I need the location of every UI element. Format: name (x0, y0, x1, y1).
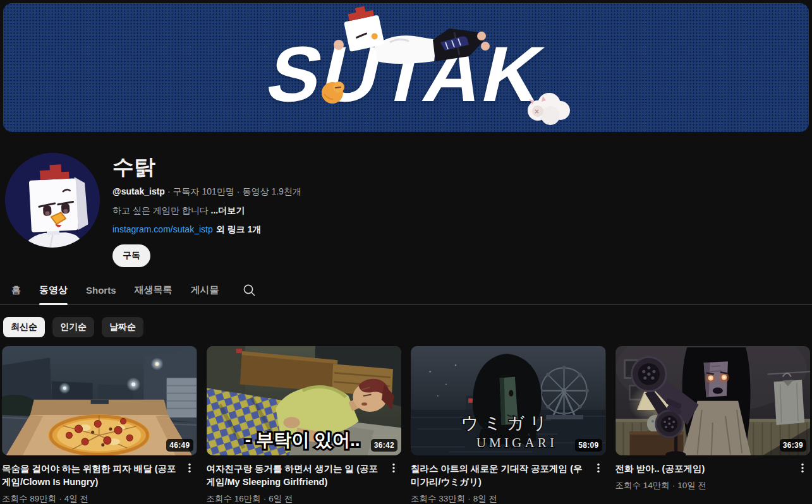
video-count: 동영상 1.9천개 (243, 186, 301, 196)
channel-meta: @sutak_istp·구독자 101만명·동영상 1.9천개 (112, 186, 301, 198)
channel-description: 하고 싶은 게임만 합니다 ...더보기 (112, 205, 301, 217)
channel-links: instagram.com/sutak_istp외 링크 1개 (112, 224, 301, 236)
duration-badge: 36:42 (371, 439, 397, 452)
more-link[interactable]: ...더보기 (211, 205, 245, 215)
tab-home[interactable]: 홈 (11, 276, 21, 304)
channel-banner: SUTAK (3, 3, 809, 132)
kebab-menu-button[interactable] (591, 462, 606, 477)
video-meta: 조회수 16만회·6일 전 (207, 493, 384, 504)
kebab-menu-button[interactable] (386, 462, 401, 477)
duration-badge: 58:09 (575, 439, 602, 452)
video-title[interactable]: 여자친구랑 동거를 하면서 생기는 일 (공포게임/My Sleeping Gi… (207, 462, 384, 489)
video-meta: 조회수 14만회·10일 전 (615, 480, 793, 491)
chip-popular[interactable]: 인기순 (52, 317, 94, 337)
video-title[interactable]: 목숨을 걸어야 하는 위험한 피자 배달 (공포게임/Clown Is Hung… (2, 462, 179, 489)
video-card: 36:39 전화 받아.. (공포게임) 조회수 14만회·10일 전 (615, 346, 811, 504)
kebab-icon (593, 462, 604, 474)
duration-badge: 36:39 (780, 439, 806, 452)
chip-date[interactable]: 날짜순 (102, 317, 143, 337)
kebab-icon (388, 462, 399, 474)
thumbnail-title-jp: ウミガリ (461, 414, 552, 433)
subscriber-count: 구독자 101만명 (173, 186, 234, 196)
video-meta: 조회수 89만회·4일 전 (2, 493, 179, 504)
search-icon (243, 284, 256, 297)
thumbnail-caption: - 부탁이 있어.. (245, 429, 360, 450)
channel-avatar[interactable] (5, 153, 100, 248)
channel-search-button[interactable] (241, 282, 257, 298)
banner-title: SUTAK (260, 35, 552, 113)
tab-playlists[interactable]: 재생목록 (135, 276, 173, 304)
channel-name: 수탉 (112, 154, 301, 180)
thumbnail-title-en: UMIGARI (476, 435, 557, 450)
extra-links-label: 외 링크 1개 (216, 224, 262, 234)
video-card: ウミガリ UMIGARI 58:09 칠라스 아트의 새로운 기대작 공포게임 … (411, 346, 606, 504)
video-grid: 46:49 목숨을 걸어야 하는 위험한 피자 배달 (공포게임/Clown I… (0, 337, 812, 504)
avatar-chicken-art (5, 153, 100, 248)
subscribe-button[interactable]: 구독 (112, 244, 150, 267)
video-thumbnail[interactable]: 36:39 (615, 346, 811, 456)
channel-handle: @sutak_istp (112, 186, 165, 196)
instagram-link[interactable]: instagram.com/sutak_istp (112, 224, 213, 234)
kebab-icon (797, 462, 808, 474)
tab-shorts[interactable]: Shorts (86, 276, 116, 304)
kebab-menu-button[interactable] (795, 462, 810, 477)
video-meta: 조회수 33만회·8일 전 (411, 493, 588, 504)
sort-filter-bar: 최신순 인기순 날짜순 (0, 305, 812, 337)
video-title[interactable]: 전화 받아.. (공포게임) (615, 462, 793, 476)
video-thumbnail[interactable]: - 부탁이 있어.. 36:42 (207, 346, 402, 456)
tab-videos[interactable]: 동영상 (39, 276, 68, 304)
video-title[interactable]: 칠라스 아트의 새로운 기대작 공포게임 (우미가리/ウミガリ) (411, 462, 588, 489)
tab-posts[interactable]: 게시물 (191, 276, 219, 304)
channel-header: 수탉 @sutak_istp·구독자 101만명·동영상 1.9천개 하고 싶은… (0, 132, 812, 267)
chip-latest[interactable]: 최신순 (3, 317, 45, 337)
channel-tabs: 홈 동영상 Shorts 재생목록 게시물 (0, 276, 812, 305)
video-card: 46:49 목숨을 걸어야 하는 위험한 피자 배달 (공포게임/Clown I… (2, 346, 197, 504)
kebab-icon (184, 462, 195, 474)
kebab-menu-button[interactable] (182, 462, 197, 477)
video-card: - 부탁이 있어.. 36:42 여자친구랑 동거를 하면서 생기는 일 (공포… (207, 346, 402, 504)
video-thumbnail[interactable]: 46:49 (2, 346, 197, 456)
duration-badge: 46:49 (166, 439, 193, 452)
video-thumbnail[interactable]: ウミガリ UMIGARI 58:09 (411, 346, 606, 456)
